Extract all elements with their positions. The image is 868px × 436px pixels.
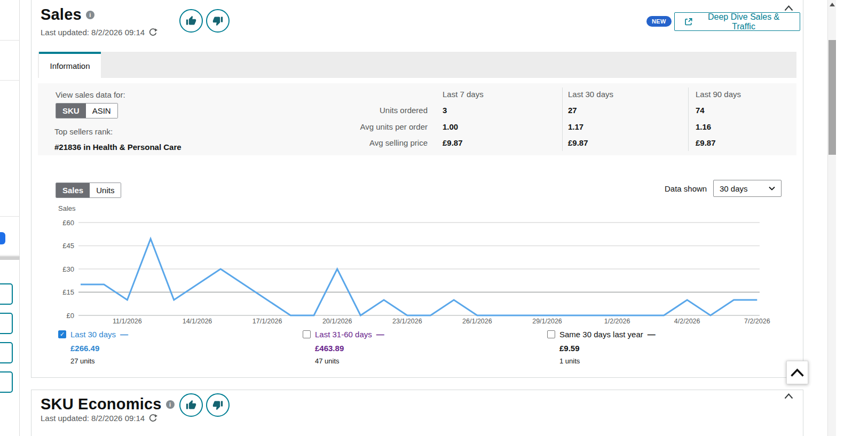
column-divider (562, 88, 563, 151)
deep-dive-button[interactable]: Deep Dive Sales & Traffic (674, 12, 800, 31)
legend-checkbox-row[interactable]: Same 30 days last year— (547, 330, 656, 339)
metric-value: 1.00 (443, 122, 458, 131)
refresh-icon[interactable] (148, 414, 157, 423)
metric-row-label: Avg units per order (310, 122, 428, 131)
collapse-sales-button[interactable] (783, 4, 794, 13)
legend-line-swatch: — (120, 330, 128, 339)
clipped-sidebar-button[interactable] (0, 313, 13, 334)
thumbs-down-button[interactable] (206, 393, 230, 417)
chevron-up-icon (790, 368, 804, 377)
scrollbar-up-arrow[interactable] (830, 3, 835, 6)
x-tick-label: 17/1/2026 (252, 318, 282, 325)
toggle-option-units[interactable]: Units (90, 183, 121, 197)
data-shown-label: Data shown (665, 184, 707, 193)
sales-title: Sales (41, 6, 82, 23)
y-tick-label: £0 (67, 312, 74, 320)
legend-item: ✓Last 30 days—£266.4927 units (58, 330, 128, 365)
thumbs-up-icon (186, 15, 196, 26)
x-tick-label: 14/1/2026 (183, 318, 212, 325)
legend-checkbox[interactable] (547, 330, 555, 338)
new-badge: NEW (646, 16, 672, 27)
clipped-left-sidebar (0, 0, 20, 436)
sku-asin-toggle: SKU ASIN (56, 103, 118, 118)
legend-label: Same 30 days last year (559, 330, 643, 339)
tab-information[interactable]: Information (39, 52, 101, 78)
refresh-icon[interactable] (148, 28, 157, 37)
sku-last-updated: Last updated: 8/2/2026 09:14 (41, 414, 145, 423)
toggle-option-sales[interactable]: Sales (56, 183, 90, 197)
top-sellers-rank-label: Top sellers rank: (54, 127, 113, 136)
clipped-sidebar-button[interactable] (0, 283, 13, 305)
thumbs-down-icon (212, 400, 223, 410)
page: Sales i Last updated: 8/2/2026 09:14 NEW (0, 0, 868, 436)
x-tick-label: 1/2/2026 (604, 318, 630, 325)
collapse-sku-button[interactable] (783, 392, 794, 401)
metric-value: 27 (568, 106, 577, 115)
sidebar-divider (0, 80, 20, 81)
chart-ylabel: Sales (58, 204, 76, 212)
legend-units: 1 units (559, 357, 656, 365)
sidebar-divider (0, 40, 20, 41)
info-icon[interactable]: i (86, 11, 94, 19)
thumbs-down-icon (212, 15, 223, 26)
metrics-col-header: Last 7 days (443, 90, 484, 99)
data-shown-value: 30 days (720, 184, 748, 193)
clipped-sidebar-button[interactable] (0, 371, 13, 393)
legend-units: 27 units (70, 357, 128, 365)
chevron-up-icon (784, 393, 793, 399)
legend-checkbox[interactable] (303, 330, 311, 338)
legend-item: Last 31-60 days—£463.8947 units (303, 330, 384, 365)
toggle-option-asin[interactable]: ASIN (86, 104, 117, 118)
sales-units-toggle: Sales Units (56, 183, 121, 198)
sidebar-divider (0, 216, 20, 217)
clipped-sidebar-button[interactable] (0, 342, 13, 363)
column-divider (688, 88, 689, 151)
metrics-col-header: Last 90 days (696, 90, 741, 99)
chevron-down-icon (769, 186, 775, 191)
x-tick-label: 11/1/2026 (113, 318, 142, 325)
legend-units: 47 units (315, 357, 384, 365)
y-tick-label: £60 (62, 219, 74, 227)
legend-checkbox-row[interactable]: Last 31-60 days— (303, 330, 384, 339)
legend-item: Same 30 days last year—£9.591 units (547, 330, 656, 365)
data-shown-dropdown[interactable]: 30 days (713, 180, 782, 197)
scroll-to-top-button[interactable] (786, 361, 808, 384)
scrollbar-thumb[interactable] (828, 40, 836, 155)
sales-last-updated: Last updated: 8/2/2026 09:14 (41, 28, 145, 37)
top-sellers-rank-value: #21836 in Health & Personal Care (54, 142, 182, 152)
legend-label: Last 30 days (70, 330, 116, 339)
info-icon[interactable]: i (166, 400, 175, 409)
sku-economics-title: SKU Economics (41, 395, 162, 413)
metric-value: 3 (443, 106, 447, 115)
metric-value: £9.87 (568, 138, 588, 147)
scrollbar (827, 0, 836, 436)
metric-value: £9.87 (696, 138, 716, 147)
x-tick-label: 23/1/2026 (392, 318, 422, 325)
legend-value: £266.49 (70, 344, 128, 353)
clipped-blue-badge (0, 232, 5, 244)
y-tick-label: £45 (62, 242, 74, 250)
metric-value: £9.87 (443, 138, 463, 147)
metric-value: 74 (696, 106, 705, 115)
legend-checkbox-row[interactable]: ✓Last 30 days— (58, 330, 128, 339)
thumbs-up-button[interactable] (179, 9, 203, 33)
legend-line-swatch: — (376, 330, 384, 339)
toggle-option-sku[interactable]: SKU (56, 104, 86, 118)
legend-value: £9.59 (559, 344, 656, 353)
legend-line-swatch: — (648, 330, 656, 339)
sidebar-divider-bar (0, 256, 20, 260)
metric-value: 1.16 (696, 122, 711, 131)
legend-value: £463.89 (315, 344, 384, 353)
thumbs-up-button[interactable] (179, 393, 203, 417)
x-tick-label: 4/2/2026 (674, 318, 700, 325)
y-tick-label: £15 (62, 288, 74, 296)
thumbs-down-button[interactable] (206, 9, 230, 33)
chart-line-last-30-days (81, 239, 757, 315)
sales-info-panel: View sales data for: SKU ASIN Top seller… (38, 83, 796, 155)
sku-economics-card: SKU Economics i Last updated: 8/2/2026 0… (31, 390, 803, 436)
tab-information-label: Information (50, 61, 90, 70)
thumbs-up-icon (186, 400, 196, 410)
tab-strip: Information (38, 52, 796, 78)
chevron-up-icon (784, 5, 793, 11)
legend-checkbox[interactable]: ✓ (58, 330, 66, 338)
